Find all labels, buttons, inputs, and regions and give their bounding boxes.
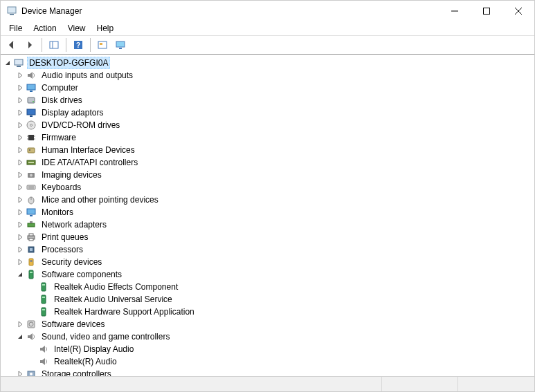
chevron-right-icon[interactable] bbox=[15, 120, 26, 131]
close-button[interactable] bbox=[502, 1, 534, 21]
expander-spacer bbox=[27, 306, 38, 317]
tree-node-label: Display adaptors bbox=[39, 106, 105, 119]
window-title: Device Manager bbox=[21, 6, 439, 16]
tree-category-node[interactable]: Storage controllers bbox=[2, 368, 534, 376]
app-icon bbox=[6, 6, 17, 17]
tree-node-label: IDE ATA/ATAPI controllers bbox=[39, 156, 140, 169]
chevron-right-icon[interactable] bbox=[15, 194, 26, 205]
svg-point-19 bbox=[33, 101, 34, 102]
status-segment bbox=[382, 377, 458, 391]
chevron-right-icon[interactable] bbox=[15, 207, 26, 218]
chevron-right-icon[interactable] bbox=[15, 244, 26, 255]
status-segment bbox=[1, 377, 382, 391]
chevron-down-icon[interactable] bbox=[15, 269, 26, 280]
tree-category-node[interactable]: Mice and other pointing devices bbox=[2, 194, 534, 206]
printer-icon bbox=[26, 232, 37, 243]
tree-category-node[interactable]: Print queues bbox=[2, 231, 534, 243]
menu-view[interactable]: View bbox=[62, 22, 91, 35]
tree-device-node[interactable]: Realtek(R) Audio bbox=[2, 355, 534, 368]
tree-node-label: Security devices bbox=[39, 256, 104, 268]
svg-rect-12 bbox=[116, 41, 125, 47]
tree-node-label: Software devices bbox=[39, 318, 107, 330]
device-tree[interactable]: DESKTOP-GGFGI0AAudio inputs and outputsC… bbox=[1, 55, 534, 376]
chevron-right-icon[interactable] bbox=[15, 82, 26, 93]
tree-node-label: Human Interface Devices bbox=[39, 144, 137, 156]
menu-help[interactable]: Help bbox=[91, 22, 120, 35]
tree-category-node[interactable]: IDE ATA/ATAPI controllers bbox=[2, 156, 534, 169]
tree-device-node[interactable]: Intel(R) Display Audio bbox=[2, 343, 534, 355]
show-hide-console-button[interactable] bbox=[46, 37, 62, 53]
chevron-down-icon[interactable] bbox=[2, 57, 13, 68]
expander-spacer bbox=[27, 344, 38, 355]
minimize-button[interactable] bbox=[439, 1, 471, 21]
back-button[interactable] bbox=[3, 37, 20, 53]
window-controls bbox=[439, 1, 534, 21]
svg-rect-40 bbox=[27, 209, 35, 214]
tree-category-node[interactable]: Human Interface Devices bbox=[2, 144, 534, 156]
chevron-right-icon[interactable] bbox=[15, 256, 26, 268]
chevron-right-icon[interactable] bbox=[15, 107, 26, 118]
chevron-right-icon[interactable] bbox=[15, 368, 26, 376]
tree-category-node[interactable]: Keyboards bbox=[2, 181, 534, 194]
tree-category-node[interactable]: Network adapters bbox=[2, 218, 534, 231]
tree-category-node[interactable]: DVD/CD-ROM drives bbox=[2, 119, 534, 131]
svg-rect-15 bbox=[17, 66, 21, 67]
chevron-right-icon[interactable] bbox=[15, 319, 26, 330]
tree-category-node[interactable]: Imaging devices bbox=[2, 169, 534, 181]
tree-category-node[interactable]: Firmware bbox=[2, 131, 534, 144]
svg-rect-51 bbox=[29, 270, 33, 279]
component-icon bbox=[38, 281, 49, 292]
svg-point-23 bbox=[30, 124, 33, 127]
ide-icon bbox=[26, 157, 37, 168]
help-button[interactable]: ? bbox=[70, 37, 87, 53]
tree-category-node[interactable]: Monitors bbox=[2, 206, 534, 218]
keyboard-icon bbox=[26, 182, 37, 193]
show-devices-button[interactable] bbox=[112, 37, 129, 53]
tree-node-label: Audio inputs and outputs bbox=[39, 69, 135, 82]
maximize-button[interactable] bbox=[471, 1, 502, 21]
chevron-right-icon[interactable] bbox=[15, 182, 26, 193]
tree-device-node[interactable]: Realtek Hardware Support Application bbox=[2, 306, 534, 318]
svg-rect-0 bbox=[8, 7, 16, 13]
chevron-right-icon[interactable] bbox=[15, 157, 26, 168]
chevron-right-icon[interactable] bbox=[15, 144, 26, 156]
menu-file[interactable]: File bbox=[3, 22, 28, 35]
tree-category-node[interactable]: Disk drives bbox=[2, 94, 534, 106]
svg-rect-11 bbox=[100, 43, 102, 45]
svg-rect-56 bbox=[42, 297, 45, 298]
chevron-right-icon[interactable] bbox=[15, 232, 26, 243]
display-icon bbox=[26, 107, 37, 118]
chevron-right-icon[interactable] bbox=[15, 132, 26, 143]
tree-category-node[interactable]: Display adaptors bbox=[2, 106, 534, 119]
status-segment bbox=[458, 377, 534, 391]
tree-node-label: Sound, video and game controllers bbox=[39, 330, 172, 343]
expander-spacer bbox=[27, 294, 38, 305]
tree-category-node[interactable]: Software devices bbox=[2, 318, 534, 330]
svg-rect-53 bbox=[42, 283, 46, 291]
tree-category-node[interactable]: Computer bbox=[2, 82, 534, 94]
chevron-right-icon[interactable] bbox=[15, 95, 26, 106]
speaker-icon bbox=[38, 344, 49, 355]
chevron-down-icon[interactable] bbox=[15, 331, 26, 342]
chevron-right-icon[interactable] bbox=[15, 70, 26, 81]
chevron-right-icon[interactable] bbox=[15, 219, 26, 230]
tree-root-node[interactable]: DESKTOP-GGFGI0A bbox=[2, 57, 534, 69]
tree-device-node[interactable]: Realtek Audio Universal Service bbox=[2, 293, 534, 306]
svg-rect-17 bbox=[30, 91, 33, 92]
svg-rect-1 bbox=[10, 14, 14, 15]
tree-category-node[interactable]: Software components bbox=[2, 268, 534, 281]
expander-spacer bbox=[27, 356, 38, 367]
tree-node-label: Disk drives bbox=[39, 94, 84, 106]
svg-rect-58 bbox=[42, 309, 45, 310]
tree-node-label: Mice and other pointing devices bbox=[39, 194, 161, 206]
chevron-right-icon[interactable] bbox=[15, 169, 26, 180]
tree-category-node[interactable]: Processors bbox=[2, 243, 534, 256]
tree-category-node[interactable]: Audio inputs and outputs bbox=[2, 69, 534, 82]
menu-action[interactable]: Action bbox=[28, 22, 62, 35]
tree-category-node[interactable]: Sound, video and game controllers bbox=[2, 330, 534, 343]
tree-category-node[interactable]: Security devices bbox=[2, 256, 534, 268]
tree-node-label: Realtek(R) Audio bbox=[52, 355, 119, 368]
scan-hardware-button[interactable] bbox=[94, 37, 111, 53]
tree-device-node[interactable]: Realtek Audio Effects Component bbox=[2, 281, 534, 293]
forward-button[interactable] bbox=[21, 37, 38, 53]
